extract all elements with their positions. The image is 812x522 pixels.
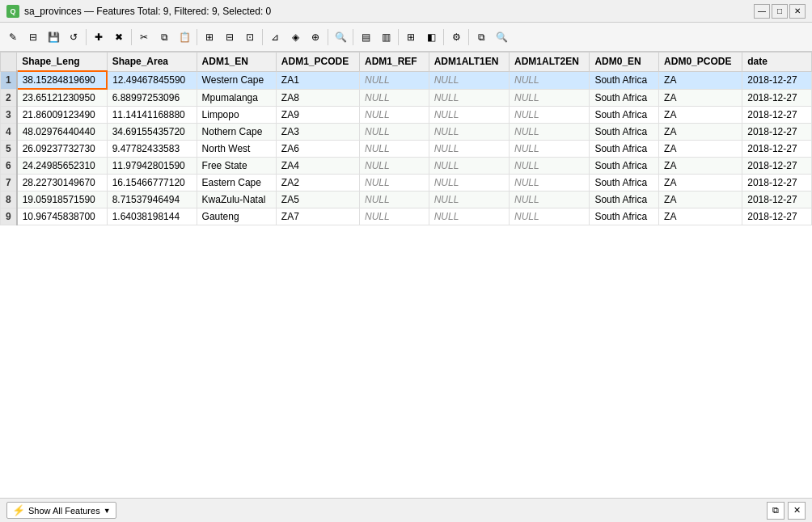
cell-adm0_en[interactable]: South Africa	[590, 141, 659, 158]
cell-shape_area[interactable]: 6.88997253096	[107, 89, 197, 107]
table-row[interactable]: 819.059185715908.71537946494KwaZulu-Nata…	[1, 192, 812, 208]
col-header-adm1-en[interactable]: ADM1_EN	[197, 53, 276, 72]
col-header-shape-leng[interactable]: Shape_Leng	[17, 53, 107, 72]
toolbar-button-delete-feature[interactable]: ✖	[109, 27, 129, 47]
cell-adm0_pcode[interactable]: ZA	[659, 192, 742, 208]
cell-adm1_en[interactable]: KwaZulu-Natal	[197, 192, 276, 208]
table-container[interactable]: Shape_Leng Shape_Area ADM1_EN ADM1_PCODE…	[0, 52, 812, 498]
cell-date[interactable]: 2018-12-27	[742, 71, 812, 89]
cell-adm1_pcode[interactable]: ZA9	[276, 107, 359, 124]
col-header-adm1alt1en[interactable]: ADM1ALT1EN	[429, 53, 509, 72]
cell-adm1_ref[interactable]: NULL	[359, 89, 429, 107]
cell-adm1_en[interactable]: Nothern Cape	[197, 124, 276, 141]
cell-adm0_en[interactable]: South Africa	[590, 107, 659, 124]
cell-shape_area[interactable]: 8.71537946494	[107, 192, 197, 208]
cell-shape_area[interactable]: 11.97942801590	[107, 158, 197, 175]
cell-adm1alt1en[interactable]: NULL	[429, 158, 509, 175]
cell-adm0_en[interactable]: South Africa	[590, 175, 659, 192]
toolbar-button-deselect[interactable]: ⊟	[220, 27, 239, 47]
col-header-date[interactable]: date	[742, 53, 812, 72]
table-row[interactable]: 321.8600912349011.14141168880LimpopoZA9N…	[1, 107, 812, 124]
toolbar-button-delete-field[interactable]: ▥	[376, 27, 395, 47]
toolbar-button-select-all[interactable]: ⊞	[200, 27, 219, 47]
cell-adm0_pcode[interactable]: ZA	[659, 208, 742, 225]
dock-panel-button[interactable]: ⧉	[767, 502, 785, 520]
cell-adm1_en[interactable]: North West	[197, 141, 276, 158]
table-row[interactable]: 728.2273014967016.15466777120Eastern Cap…	[1, 175, 812, 192]
close-table-button[interactable]: ✕	[788, 502, 806, 520]
cell-shape_leng[interactable]: 28.22730149670	[17, 175, 107, 192]
toolbar-button-save-edits[interactable]: 💾	[44, 27, 63, 47]
cell-adm0_pcode[interactable]: ZA	[659, 175, 742, 192]
cell-date[interactable]: 2018-12-27	[742, 124, 812, 141]
cell-adm1_ref[interactable]: NULL	[359, 71, 429, 89]
toolbar-button-cut[interactable]: ✂	[134, 27, 154, 47]
toolbar-button-new-field[interactable]: ▤	[356, 27, 375, 47]
cell-adm1alt2en[interactable]: NULL	[510, 124, 590, 141]
cell-shape_leng[interactable]: 10.96745838700	[17, 208, 107, 225]
toolbar-button-toggle-edit[interactable]: ⊟	[23, 27, 43, 47]
cell-adm1_pcode[interactable]: ZA1	[276, 71, 359, 89]
col-header-adm0-en[interactable]: ADM0_EN	[590, 53, 659, 72]
cell-shape_area[interactable]: 9.47782433583	[107, 141, 197, 158]
cell-adm1alt2en[interactable]: NULL	[510, 208, 590, 225]
cell-adm1_en[interactable]: Western Cape	[197, 71, 276, 89]
toolbar-button-filter[interactable]: ⊿	[265, 27, 285, 47]
toolbar-button-invert[interactable]: ⊡	[240, 27, 260, 47]
cell-adm1_ref[interactable]: NULL	[359, 107, 429, 124]
toolbar-button-edit-pencil[interactable]: ✎	[3, 27, 23, 47]
col-header-adm1-ref[interactable]: ADM1_REF	[359, 53, 429, 72]
cell-shape_leng[interactable]: 38.15284819690	[17, 71, 107, 89]
cell-date[interactable]: 2018-12-27	[742, 89, 812, 107]
cell-adm1_ref[interactable]: NULL	[359, 192, 429, 208]
minimize-button[interactable]: —	[754, 4, 770, 19]
cell-date[interactable]: 2018-12-27	[742, 175, 812, 192]
cell-adm0_en[interactable]: South Africa	[590, 89, 659, 107]
toolbar-button-open-calc[interactable]: ⊞	[401, 27, 421, 47]
cell-shape_leng[interactable]: 48.02976440440	[17, 124, 107, 141]
col-header-adm1alt2en[interactable]: ADM1ALT2EN	[510, 53, 590, 72]
cell-adm0_en[interactable]: South Africa	[590, 71, 659, 89]
cell-adm1alt1en[interactable]: NULL	[429, 208, 509, 225]
cell-adm1_en[interactable]: Free State	[197, 158, 276, 175]
cell-adm1alt2en[interactable]: NULL	[510, 158, 590, 175]
cell-adm1alt2en[interactable]: NULL	[510, 71, 590, 89]
cell-adm1_pcode[interactable]: ZA6	[276, 141, 359, 158]
table-row[interactable]: 138.1528481969012.49467845590Western Cap…	[1, 71, 812, 89]
toolbar-button-move-selected[interactable]: ⊕	[306, 27, 325, 47]
cell-adm1_pcode[interactable]: ZA8	[276, 89, 359, 107]
cell-shape_leng[interactable]: 24.24985652310	[17, 158, 107, 175]
table-row[interactable]: 624.2498565231011.97942801590Free StateZ…	[1, 158, 812, 175]
cell-date[interactable]: 2018-12-27	[742, 141, 812, 158]
table-row[interactable]: 223.651212309506.88997253096MpumalangaZA…	[1, 89, 812, 107]
col-header-adm1-pcode[interactable]: ADM1_PCODE	[276, 53, 359, 72]
table-row[interactable]: 910.967458387001.64038198144GautengZA7NU…	[1, 208, 812, 225]
maximize-button[interactable]: □	[772, 4, 788, 19]
cell-adm1alt2en[interactable]: NULL	[510, 107, 590, 124]
cell-adm0_pcode[interactable]: ZA	[659, 89, 742, 107]
cell-adm1_pcode[interactable]: ZA2	[276, 175, 359, 192]
cell-shape_area[interactable]: 16.15466777120	[107, 175, 197, 192]
cell-adm0_pcode[interactable]: ZA	[659, 107, 742, 124]
cell-shape_area[interactable]: 11.14141168880	[107, 107, 197, 124]
toolbar-button-paste[interactable]: 📋	[175, 27, 194, 47]
toolbar-button-zoom-icon[interactable]: 🔍	[492, 27, 511, 47]
cell-shape_leng[interactable]: 26.09237732730	[17, 141, 107, 158]
cell-date[interactable]: 2018-12-27	[742, 107, 812, 124]
show-all-features-button[interactable]: ⚡ Show All Features ▼	[6, 502, 116, 519]
table-row[interactable]: 448.0297644044034.69155435720Nothern Cap…	[1, 124, 812, 141]
cell-date[interactable]: 2018-12-27	[742, 208, 812, 225]
cell-adm1_ref[interactable]: NULL	[359, 208, 429, 225]
cell-adm1_ref[interactable]: NULL	[359, 158, 429, 175]
toolbar-button-filter-select[interactable]: ◈	[285, 27, 305, 47]
toolbar-button-conditional-format[interactable]: ◧	[421, 27, 441, 47]
cell-adm0_pcode[interactable]: ZA	[659, 124, 742, 141]
cell-shape_leng[interactable]: 23.65121230950	[17, 89, 107, 107]
cell-adm1_pcode[interactable]: ZA5	[276, 192, 359, 208]
cell-adm0_pcode[interactable]: ZA	[659, 71, 742, 89]
cell-adm0_en[interactable]: South Africa	[590, 192, 659, 208]
cell-shape_area[interactable]: 34.69155435720	[107, 124, 197, 141]
cell-adm1_en[interactable]: Eastern Cape	[197, 175, 276, 192]
table-row[interactable]: 526.092377327309.47782433583North WestZA…	[1, 141, 812, 158]
col-header-adm0-pcode[interactable]: ADM0_PCODE	[659, 53, 742, 72]
